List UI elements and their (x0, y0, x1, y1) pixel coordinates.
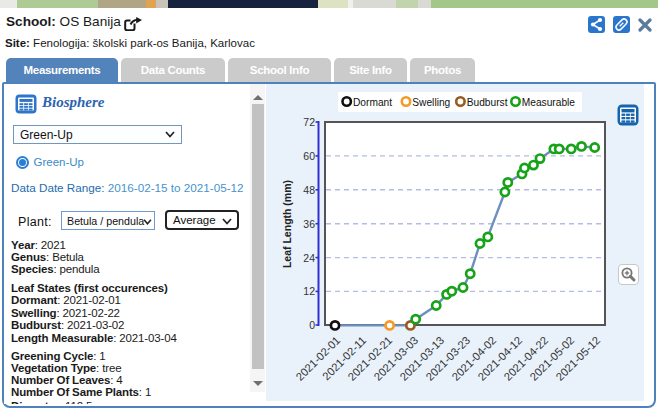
svg-text:Swelling: Swelling (412, 97, 450, 108)
svg-text:60: 60 (303, 150, 315, 162)
svg-text:12: 12 (303, 285, 315, 297)
svg-text:Budburst: Budburst (467, 97, 508, 108)
svg-text:24: 24 (303, 252, 315, 264)
svg-text:48: 48 (303, 184, 315, 196)
svg-text:Leaf Length (mm): Leaf Length (mm) (281, 180, 293, 268)
svg-text:36: 36 (303, 218, 315, 230)
svg-text:Measurable: Measurable (522, 97, 576, 108)
svg-text:Dormant: Dormant (353, 97, 392, 108)
svg-text:0: 0 (309, 319, 315, 331)
svg-text:72: 72 (303, 116, 315, 128)
